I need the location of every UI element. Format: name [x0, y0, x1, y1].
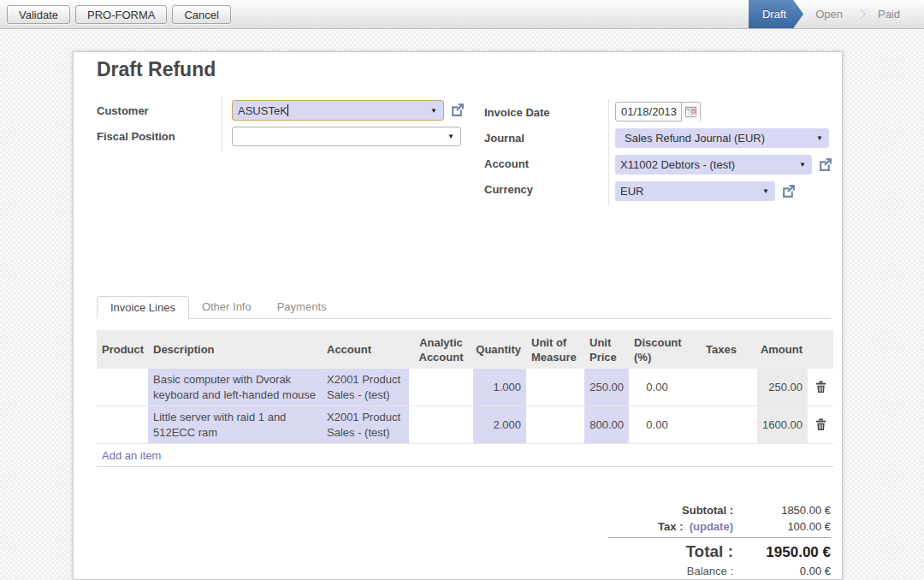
table-row[interactable]: Little server with raid 1 and 512ECC ram…: [97, 406, 833, 444]
cell-description[interactable]: Little server with raid 1 and 512ECC ram: [148, 406, 322, 443]
cell-product[interactable]: [97, 369, 148, 405]
cell-taxes[interactable]: [685, 369, 757, 405]
balance-value: 0.00 €: [752, 565, 831, 577]
dropdown-arrow-icon[interactable]: ▼: [799, 161, 812, 169]
total-value: 1950.00 €: [752, 544, 831, 561]
col-header-action: [808, 330, 833, 369]
calendar-icon: [684, 105, 697, 118]
subtotal-row: Subtotal : 1850.00 €: [608, 502, 831, 518]
dropdown-arrow-icon[interactable]: ▼: [447, 133, 460, 140]
account-value: X11002 Debtors - (test): [615, 158, 799, 171]
chevron-right-icon: [855, 9, 866, 20]
col-header-quantity: Quantity: [473, 330, 526, 369]
tab-invoice-lines[interactable]: Invoice Lines: [97, 296, 189, 319]
journal-label: Journal: [484, 132, 524, 145]
table-row[interactable]: Basic computer with Dvorak keyboard and …: [97, 369, 833, 406]
currency-select[interactable]: EUR ▼: [615, 181, 775, 201]
cell-discount[interactable]: 0.00: [629, 369, 685, 405]
tab-other-info[interactable]: Other Info: [189, 296, 264, 319]
cell-analytic-account[interactable]: [409, 406, 473, 443]
col-header-analytic-account: Analytic Account: [409, 330, 473, 369]
tax-update-link[interactable]: (update): [690, 520, 733, 533]
invoice-date-value: 01/18/2013: [616, 105, 681, 118]
account-select[interactable]: X11002 Debtors - (test) ▼: [615, 155, 812, 175]
cell-analytic-account[interactable]: [409, 369, 473, 405]
status-step-paid[interactable]: Paid: [866, 8, 912, 21]
toolbar-buttons: Validate PRO-FORMA Cancel: [0, 5, 231, 24]
calendar-button[interactable]: [681, 103, 700, 121]
status-step-open[interactable]: Open: [803, 8, 855, 21]
cell-unit-of-measure[interactable]: [526, 369, 584, 405]
col-header-amount: Amount: [757, 330, 808, 369]
toolbar: Validate PRO-FORMA Cancel Draft Open Pai…: [0, 0, 924, 29]
tab-payments[interactable]: Payments: [264, 296, 340, 319]
customer-label: Customer: [97, 104, 149, 117]
invoice-date-label: Invoice Date: [484, 106, 550, 119]
open-record-icon[interactable]: [450, 103, 465, 117]
col-header-product: Product: [97, 330, 148, 369]
cancel-button[interactable]: Cancel: [172, 5, 230, 24]
col-header-taxes: Taxes: [685, 330, 757, 369]
invoice-lines-table: Product Description Account Analytic Acc…: [97, 330, 833, 467]
add-an-item-link[interactable]: Add an item: [97, 449, 161, 462]
delete-line-icon[interactable]: [813, 418, 828, 431]
cell-account[interactable]: X2001 Product Sales - (test): [322, 369, 409, 405]
cell-quantity[interactable]: 1.000: [473, 369, 526, 405]
text-cursor: [287, 104, 288, 116]
totals-block: Subtotal : 1850.00 € Tax : (update) 100.…: [608, 502, 831, 579]
col-header-account: Account: [322, 330, 409, 369]
cell-unit-price[interactable]: 250.00: [584, 369, 629, 405]
journal-select[interactable]: Sales Refund Journal (EUR) ▼: [615, 128, 829, 148]
add-item-row: Add an item: [97, 444, 833, 467]
fiscal-position-label: Fiscal Position: [97, 130, 175, 143]
total-row: Total : 1950.00 €: [608, 541, 831, 563]
balance-label: Balance :: [608, 565, 752, 577]
col-header-unit-of-measure: Unit of Measure: [526, 330, 584, 369]
open-record-icon[interactable]: [781, 184, 796, 198]
status-step-draft[interactable]: Draft: [749, 0, 803, 28]
tax-row: Tax : (update) 100.00 €: [608, 518, 831, 535]
col-header-discount: Discount (%): [629, 330, 685, 369]
tax-value: 100.00 €: [752, 520, 831, 533]
form-divider-left: [222, 97, 222, 151]
invoice-sheet: Draft Refund Customer ASUSTeK ▼ Fiscal P…: [73, 51, 843, 580]
cell-taxes[interactable]: [685, 406, 757, 443]
cell-quantity[interactable]: 2.000: [473, 406, 526, 443]
invoice-date-input[interactable]: 01/18/2013: [615, 102, 701, 121]
col-header-description: Description: [148, 330, 322, 369]
cell-unit-of-measure[interactable]: [526, 406, 584, 443]
balance-row: Balance : 0.00 €: [608, 563, 831, 579]
cell-unit-price[interactable]: 800.00: [584, 406, 629, 443]
cell-amount: 1600.00: [757, 406, 808, 443]
cell-discount[interactable]: 0.00: [629, 406, 685, 443]
form-divider-right: [608, 99, 609, 206]
total-label: Total :: [608, 542, 752, 561]
notebook-tabs: Invoice Lines Other Info Payments: [97, 296, 831, 319]
customer-select[interactable]: ASUSTeK ▼: [232, 100, 444, 121]
customer-value: ASUSTeK: [238, 104, 287, 117]
open-record-icon[interactable]: [818, 157, 832, 172]
table-header-row: Product Description Account Analytic Acc…: [97, 330, 833, 369]
dropdown-arrow-icon[interactable]: ▼: [762, 187, 775, 195]
currency-value: EUR: [615, 185, 762, 198]
tax-label: Tax :: [658, 520, 683, 533]
col-header-unit-price: Unit Price: [584, 330, 629, 369]
subtotal-label: Subtotal :: [608, 504, 752, 517]
cell-amount: 250.00: [757, 369, 808, 405]
cell-description[interactable]: Basic computer with Dvorak keyboard and …: [148, 369, 322, 405]
dropdown-arrow-icon[interactable]: ▼: [430, 107, 443, 115]
cell-account[interactable]: X2001 Product Sales - (test): [322, 406, 409, 443]
subtotal-value: 1850.00 €: [752, 504, 831, 517]
account-label: Account: [484, 157, 529, 170]
page-title: Draft Refund: [97, 58, 216, 81]
validate-button[interactable]: Validate: [7, 5, 70, 24]
dropdown-arrow-icon[interactable]: ▼: [816, 134, 829, 142]
currency-label: Currency: [484, 183, 533, 196]
totals-divider: [608, 537, 831, 538]
proforma-button[interactable]: PRO-FORMA: [75, 5, 167, 24]
cell-product[interactable]: [97, 406, 148, 443]
fiscal-position-select[interactable]: ▼: [232, 127, 461, 146]
journal-value: Sales Refund Journal (EUR): [615, 132, 816, 145]
statusbar: Draft Open Paid: [749, 0, 924, 28]
delete-line-icon[interactable]: [813, 381, 828, 394]
